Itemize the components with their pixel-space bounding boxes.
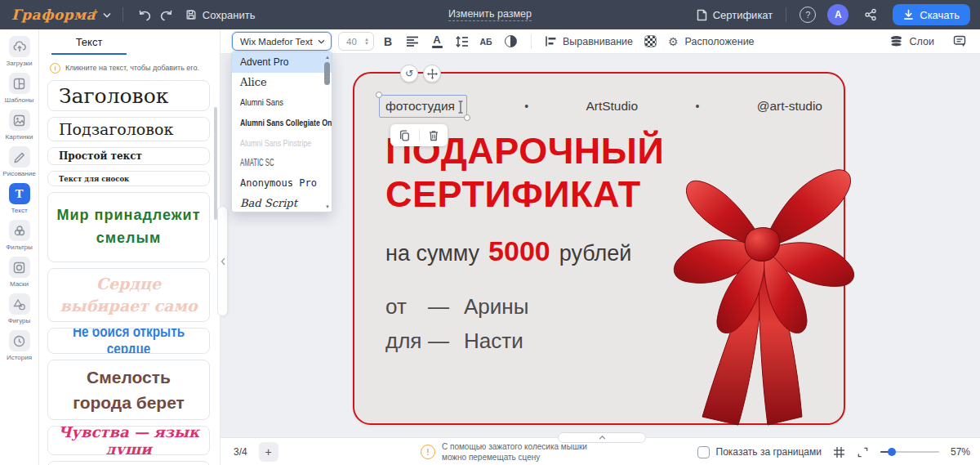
help-button[interactable]: ? [800, 7, 816, 23]
text-preset-styled-4[interactable]: Смелость города берет [47, 360, 210, 420]
certificate-amount[interactable]: на сумму 5000 рублей [385, 235, 631, 267]
font-option-bad-script[interactable]: Bad Script [232, 193, 332, 212]
share-button[interactable] [860, 4, 881, 25]
bold-button[interactable]: B [377, 32, 399, 51]
certificate-gift-lines[interactable]: от — Арины для — Насти [385, 293, 528, 361]
letter-spacing-icon: АБ [479, 37, 492, 47]
doc-type-label: Сертификат [713, 9, 773, 21]
pan-hint: ! С помощью зажатого колесика мышки можн… [421, 441, 587, 463]
selected-text-element[interactable]: фотостудия [379, 95, 467, 118]
selection-handle-bottom-right[interactable] [464, 114, 470, 121]
redo-button[interactable] [156, 4, 177, 25]
tab-text[interactable]: Текст [51, 29, 127, 55]
pan-hint-line2: можно перемещать сцену [442, 453, 540, 462]
grid-toggle-button[interactable] [833, 446, 845, 458]
text-preset-heading[interactable]: Заголовок [47, 80, 210, 111]
selection-handle-top-left[interactable] [376, 92, 382, 98]
from-name: Арины [464, 294, 528, 320]
zoom-slider[interactable] [880, 447, 939, 457]
fit-screen-button[interactable] [857, 446, 869, 458]
expand-icon [857, 446, 869, 458]
sidebar-item-shapes[interactable]: Фигуры [0, 293, 39, 324]
show-outside-checkbox[interactable] [697, 446, 710, 458]
social-handle-text[interactable]: @art-studio [757, 99, 822, 114]
sidebar-item-draw[interactable]: Рисование [0, 146, 39, 177]
sidebar-item-masks[interactable]: Маски [0, 257, 39, 288]
red-bow-image[interactable] [673, 145, 862, 425]
feedback-button[interactable] [949, 32, 970, 51]
contrast-button[interactable] [500, 32, 521, 51]
line-height-button[interactable] [451, 32, 472, 51]
resize-button[interactable]: Изменить размер [448, 8, 532, 21]
bold-icon: B [384, 35, 392, 48]
text-toolbar: Wix Madefor Text 40 ▲▼ B A АБ Выравниван… [220, 29, 980, 54]
bottombar-right: Показать за границами 57% [697, 438, 970, 465]
download-button[interactable]: Скачать [893, 4, 970, 25]
text-preset-subheading[interactable]: Подзаголовок [47, 117, 210, 141]
dropdown-scroll-down-icon[interactable]: ▼ [325, 204, 330, 209]
dropdown-scrollbar-thumb[interactable] [324, 62, 330, 85]
sidebar-item-uploads[interactable]: Загрузки [0, 36, 39, 67]
undo-button[interactable] [135, 4, 156, 25]
alignment-button[interactable]: Выравнивание [545, 36, 633, 47]
text-preset-body[interactable]: Простой текст [47, 147, 210, 165]
stepper-down-icon: ▼ [364, 42, 369, 46]
sidebar-item-text[interactable]: T Текст [0, 183, 39, 214]
transparency-button[interactable] [644, 35, 657, 47]
avatar[interactable]: A [827, 4, 849, 25]
text-preset-styled-5[interactable]: Чувства — язык души [47, 426, 210, 455]
image-icon [13, 114, 25, 127]
font-option-advent-pro[interactable]: Advent Pro [232, 52, 332, 73]
text-preset-styled-1[interactable]: Мир принадлежит смелым [47, 192, 210, 262]
rotate-handle-button[interactable]: ↺ [400, 65, 418, 83]
to-label: для [385, 329, 428, 354]
font-size-input[interactable]: 40 ▲▼ [338, 32, 374, 51]
panel-collapse-handle[interactable] [217, 206, 228, 316]
text-preset-footnote[interactable]: Текст для сносок [47, 171, 210, 186]
sidebar-item-images[interactable]: Картинки [0, 110, 39, 141]
text-panel: Текст i Кликните на текст, чтобы добавит… [39, 29, 220, 465]
canvas[interactable]: фотостудия • ArtStudio • @art-studio ↺ [220, 54, 980, 437]
font-dropdown: Advent Pro Alice Alumni Sans Alumni Sans… [231, 51, 332, 212]
font-option-anonymous-pro[interactable]: Anonymous Pro [232, 173, 332, 194]
info-icon: i [50, 63, 60, 74]
text-color-button[interactable]: A [426, 32, 448, 51]
toolbar-divider [531, 34, 532, 49]
font-option-alumni-sans[interactable]: Alumni Sans [232, 92, 332, 113]
text-preset-styled-2[interactable]: Сердце выбирает само [47, 268, 210, 322]
sidebar-item-history[interactable]: История [0, 330, 39, 361]
move-handle-button[interactable] [423, 65, 441, 83]
arrange-button[interactable]: ⚙ Расположение [668, 35, 755, 48]
save-button[interactable]: Сохранить [185, 9, 256, 21]
dropdown-scroll-up-icon[interactable]: ▲ [325, 55, 330, 60]
font-option-alumni-pinstripe[interactable]: Alumni Sans Pinstripe [232, 132, 332, 153]
text-preset-styled-6[interactable]: Любовь побеждает [47, 461, 210, 465]
panel-scrollbar[interactable] [214, 107, 217, 220]
font-size-stepper[interactable]: ▲▼ [364, 38, 369, 46]
text-preset-styled-3[interactable]: Не бойся открыть сердце [47, 328, 210, 354]
add-page-button[interactable]: + [259, 442, 278, 462]
certificate-artboard[interactable]: фотостудия • ArtStudio • @art-studio ↺ [353, 72, 845, 425]
bottom-panel-expander[interactable] [558, 432, 646, 443]
delete-button[interactable] [420, 124, 448, 146]
layers-icon [889, 35, 903, 47]
zoom-slider-thumb[interactable] [888, 448, 896, 456]
panel-hint: i Кликните на текст, чтобы добавить его. [39, 55, 220, 80]
zoom-percent: 57% [951, 446, 970, 458]
letter-spacing-button[interactable]: АБ [475, 32, 497, 51]
text-align-button[interactable] [402, 32, 423, 51]
sidebar-item-filters[interactable]: Фильтры [0, 220, 39, 251]
doc-type-button[interactable]: Сертификат [697, 9, 773, 21]
chevron-down-icon [103, 12, 111, 18]
logo-menu[interactable]: Граформа+ [11, 7, 111, 23]
font-option-alice[interactable]: Alice [232, 73, 332, 93]
duplicate-button[interactable] [390, 124, 419, 146]
font-option-alumni-collegiate[interactable]: Alumni Sans Collegiate One [232, 113, 332, 133]
sidebar-item-templates[interactable]: Шаблоны [0, 73, 39, 104]
layers-button[interactable]: Слои [889, 35, 934, 47]
font-family-select[interactable]: Wix Madefor Text [232, 32, 332, 51]
brand-text[interactable]: ArtStudio [586, 99, 638, 114]
font-option-amatic-sc[interactable]: Amatic SC [232, 153, 332, 173]
show-outside-toggle[interactable]: Показать за границами [697, 446, 822, 458]
topbar: Граформа+ Сохранить Изменить размер Серт… [0, 0, 980, 29]
